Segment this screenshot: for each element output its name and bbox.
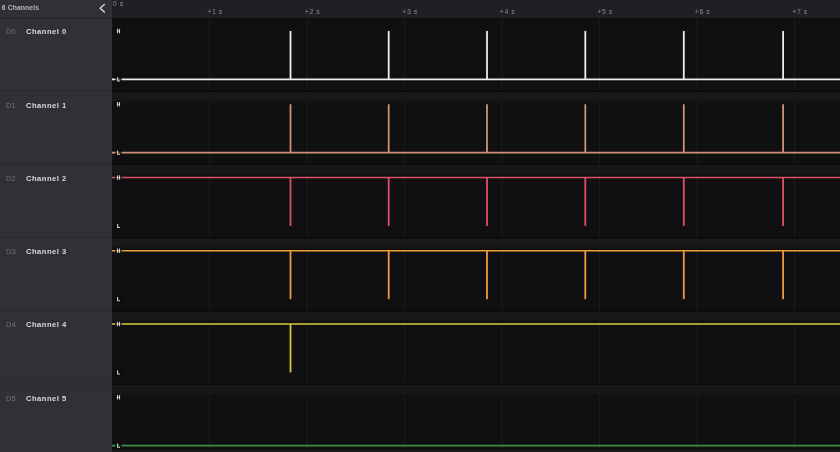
svg-text:Channel 4: Channel 4 [26, 320, 67, 329]
svg-text:0 s: 0 s [113, 0, 124, 7]
svg-text:+4 s: +4 s [500, 8, 516, 15]
svg-text:+5 s: +5 s [597, 8, 613, 15]
svg-text:Channel 0: Channel 0 [26, 27, 67, 36]
svg-text:D5: D5 [6, 394, 16, 403]
svg-text:Channel 2: Channel 2 [26, 174, 67, 183]
svg-text:+6 s: +6 s [695, 8, 711, 15]
svg-text:+2 s: +2 s [305, 8, 321, 15]
svg-text:D1: D1 [6, 101, 16, 110]
svg-text:+1 s: +1 s [207, 8, 223, 15]
svg-text:D4: D4 [6, 320, 16, 329]
svg-text:Channel 3: Channel 3 [26, 247, 67, 256]
svg-text:+7 s: +7 s [792, 8, 808, 15]
svg-text:D2: D2 [6, 174, 16, 183]
svg-text:D0: D0 [6, 27, 16, 36]
svg-text:Channel 1: Channel 1 [26, 101, 67, 110]
svg-text:+3 s: +3 s [402, 8, 418, 15]
svg-text:6 Channels: 6 Channels [2, 4, 39, 11]
svg-text:Channel 5: Channel 5 [26, 394, 67, 403]
svg-text:D3: D3 [6, 247, 16, 256]
